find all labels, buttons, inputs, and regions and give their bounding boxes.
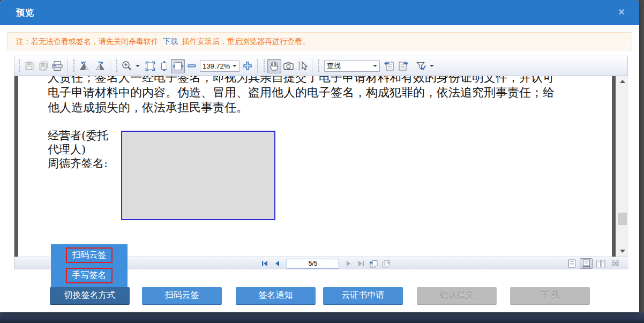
- sign-notice-button[interactable]: 签名通知: [236, 287, 316, 305]
- select-text-button[interactable]: [295, 59, 309, 73]
- find-combobox[interactable]: 查找: [324, 61, 380, 72]
- rotate-left-button[interactable]: [77, 59, 92, 73]
- zoom-marquee-button[interactable]: [120, 59, 134, 73]
- page-number-input[interactable]: [287, 259, 339, 269]
- find-caret: [373, 65, 377, 67]
- zoom-in-button[interactable]: [241, 59, 254, 73]
- toolbar-separator: [312, 59, 312, 73]
- snapshot-button[interactable]: [281, 59, 295, 73]
- continuous-view-button[interactable]: [580, 258, 593, 269]
- zoom-level-caret: [233, 65, 237, 67]
- vertical-scrollbar[interactable]: [616, 76, 628, 257]
- save-all-button[interactable]: [36, 59, 50, 73]
- find-next-icon: [398, 61, 409, 72]
- zoom-level-combobox[interactable]: 139.72%: [200, 61, 239, 72]
- next-page-button[interactable]: [344, 259, 354, 268]
- hand-tool-icon: [269, 61, 280, 71]
- page-right-edge: [612, 76, 616, 257]
- download-button: 下 载: [510, 287, 590, 305]
- confirm-submit-button: 确认提交: [417, 287, 497, 305]
- toolbar-grip: [116, 59, 118, 72]
- select-text-icon: [297, 61, 308, 71]
- toolbar-grip: [19, 59, 20, 72]
- toolbar-grip: [73, 59, 75, 72]
- first-page-button[interactable]: [260, 259, 269, 268]
- notice-text: 注：若无法查看或签名，请先关闭杀毒软件: [16, 37, 159, 46]
- document-page: 人责任；签名人一经电子签名，即视为其亲自提交了电子申请材料和有效的身份证明文件，…: [14, 76, 628, 257]
- continuous-facing-view-button[interactable]: [609, 258, 621, 269]
- page-navigation: [260, 257, 391, 270]
- page-backdrop: [0, 312, 644, 323]
- hand-tool-button[interactable]: [267, 59, 281, 73]
- fit-width-icon: [173, 61, 184, 72]
- dialog-titlebar: 预览 ×: [0, 0, 639, 25]
- toolbar-grip: [264, 59, 265, 72]
- fit-height-button[interactable]: [157, 59, 171, 73]
- toolbar-separator: [110, 59, 110, 73]
- facing-view-button[interactable]: [594, 258, 607, 269]
- popup-item-handwritten-sign[interactable]: 手写签名: [66, 268, 113, 283]
- save-all-icon: [38, 61, 49, 71]
- document-line: 他人造成损失的，依法承担民事责任。: [48, 100, 589, 115]
- fit-page-button[interactable]: [143, 59, 157, 73]
- find-value: 查找: [327, 61, 341, 71]
- fit-width-button[interactable]: [171, 59, 185, 73]
- toolbar-separator: [257, 59, 258, 73]
- switch-sign-mode-button[interactable]: 切换签名方式: [50, 287, 130, 305]
- page-left-edge: [14, 76, 18, 257]
- fit-page-icon: [145, 61, 156, 72]
- save-button[interactable]: [23, 59, 36, 73]
- download-plugin-link[interactable]: 下载: [163, 37, 178, 46]
- previous-page-button[interactable]: [272, 259, 282, 268]
- page-layout-controls: [565, 258, 621, 269]
- find-previous-icon: [384, 61, 395, 72]
- snapshot-camera-icon: [283, 61, 294, 71]
- document-line: 人责任；签名人一经电子签名，即视为其亲自提交了电子申请材料和有效的身份证明文件，…: [48, 76, 589, 85]
- scroll-up-arrow[interactable]: [616, 77, 628, 86]
- next-view-button[interactable]: [381, 259, 391, 268]
- signature-label-line: 经营者(委托: [48, 129, 108, 142]
- toolbar-separator: [67, 59, 68, 73]
- notice-bar: 注：若无法查看或签名，请先关闭杀毒软件下载插件安装后，重启浏览器再进行查看。: [7, 32, 632, 50]
- last-page-button[interactable]: [356, 259, 366, 268]
- rotate-right-button[interactable]: [92, 59, 107, 73]
- highlight-dropdown-caret[interactable]: [430, 65, 434, 67]
- preview-dialog: 预览 × 注：若无法查看或签名，请先关闭杀毒软件下载插件安装后，重启浏览器再进行…: [0, 0, 639, 312]
- find-next-button[interactable]: [396, 59, 410, 73]
- rotate-left-icon: [78, 60, 91, 72]
- filter-check-icon: [416, 61, 427, 71]
- document-text: 人责任；签名人一经电子签名，即视为其亲自提交了电子申请材料和有效的身份证明文件，…: [48, 76, 589, 115]
- dialog-title: 预览: [16, 0, 34, 25]
- popup-item-scan-cloud-sign[interactable]: 扫码云签: [66, 247, 113, 263]
- zoom-level-value: 139.72%: [203, 62, 230, 70]
- signature-label-line: 代理人): [48, 142, 108, 156]
- fit-height-icon: [159, 61, 170, 72]
- save-icon: [24, 61, 35, 71]
- zoom-marquee-icon: [121, 60, 133, 72]
- pdf-viewer: 139.72%: [14, 56, 628, 269]
- rotate-right-icon: [93, 60, 106, 72]
- signature-field-box[interactable]: [121, 131, 275, 220]
- zoom-marquee-dropdown-caret[interactable]: [136, 65, 140, 67]
- zoom-out-icon: [187, 61, 197, 71]
- previous-view-button[interactable]: [369, 259, 378, 268]
- find-previous-button[interactable]: [382, 59, 396, 73]
- signature-label-line: 周德齐签名:: [48, 156, 108, 170]
- highlight-matches-button[interactable]: [414, 59, 428, 73]
- zoom-out-button[interactable]: [185, 59, 199, 73]
- signature-label: 经营者(委托 代理人) 周德齐签名:: [48, 129, 108, 170]
- scroll-down-arrow[interactable]: [616, 247, 628, 256]
- toolbar-grip: [318, 59, 320, 72]
- print-button[interactable]: [50, 59, 64, 73]
- viewer-toolbar: 139.72%: [14, 56, 627, 76]
- print-icon: [51, 61, 63, 71]
- close-icon[interactable]: ×: [616, 7, 627, 18]
- document-line: 电子申请材料中的内容。伪造、冒用、盗用他人的电子签名，构成犯罪的，依法追究刑事责…: [48, 85, 589, 100]
- scan-cloud-sign-button[interactable]: 扫码云签: [142, 287, 222, 305]
- cloud-cert-apply-button[interactable]: 云证书申请: [323, 287, 403, 305]
- zoom-in-icon: [243, 61, 252, 71]
- signature-mode-popup: 扫码云签 手写签名: [51, 244, 128, 287]
- scrollbar-thumb[interactable]: [618, 213, 627, 225]
- single-page-view-button[interactable]: [565, 258, 578, 269]
- notice-text-suffix: 插件安装后，重启浏览器再进行查看。: [182, 37, 310, 46]
